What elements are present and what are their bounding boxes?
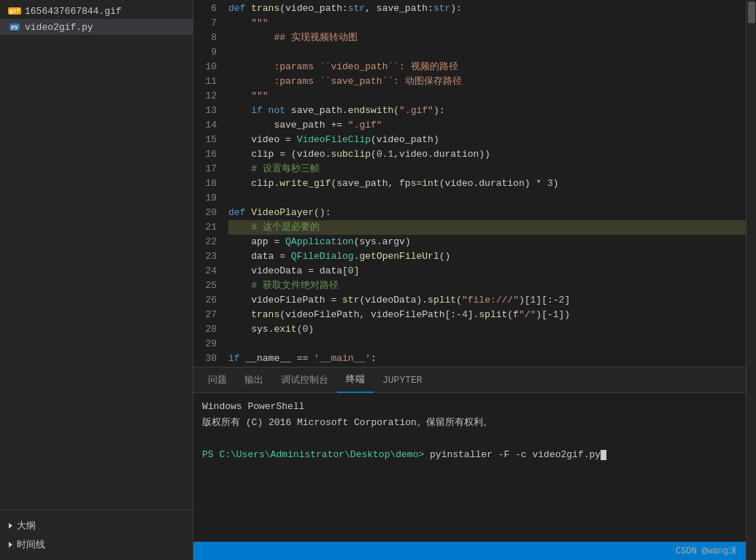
terminal-empty	[202, 431, 737, 447]
sidebar-outline[interactable]: 大纲	[0, 516, 193, 535]
code-line-17: # 设置每秒三帧	[228, 162, 746, 176]
panel-tabs: 问题 输出 调试控制台 终端 JUPYTER	[193, 368, 746, 393]
code-container: 6 7 8 9 10 11 12 13 14 15 16 17 18 19 20…	[193, 0, 746, 367]
code-lines[interactable]: def trans(video_path:str, save_path:str)…	[228, 0, 746, 367]
tab-problems[interactable]: 问题	[199, 368, 236, 393]
tab-output[interactable]: 输出	[236, 368, 272, 393]
terminal-prompt: PS C:\Users\Administrator\Desktop\demo>	[202, 449, 424, 460]
tab-jupyter[interactable]: JUPYTER	[374, 368, 431, 393]
terminal-cursor	[601, 450, 606, 460]
watermark: CSDN @wang涑	[676, 545, 737, 557]
code-line-27: trans(videoFilePath, videoFilePath[:-4].…	[228, 308, 746, 322]
terminal-line2: 版权所有 (C) 2016 Microsoft Corporation。保留所有…	[202, 415, 737, 431]
timeline-label: 时间线	[17, 538, 45, 551]
code-line-20: def VideoPlayer():	[228, 206, 746, 220]
gif-file-icon: gif	[9, 5, 20, 17]
right-panel	[746, 0, 756, 560]
code-line-18: clip.write_gif(save_path, fps=int(video.…	[228, 176, 746, 191]
chevron-right-icon2	[9, 542, 12, 548]
terminal-line1: Windows PowerShell	[202, 399, 737, 415]
code-line-21: # 这个是必要的	[228, 220, 746, 235]
terminal-prompt-line: PS C:\Users\Administrator\Desktop\demo> …	[202, 447, 737, 463]
code-line-19	[228, 191, 746, 206]
code-line-30: if __name__ == '__main__':	[228, 351, 746, 366]
code-line-12: """	[228, 89, 746, 104]
sidebar-bottom: 大纲 时间线	[0, 510, 193, 560]
file-item-py[interactable]: py video2gif.py	[0, 19, 193, 35]
sidebar: gif 1656437667844.gif py video2gif.py 大纲…	[0, 0, 193, 560]
outline-label: 大纲	[17, 519, 36, 532]
code-line-25: # 获取文件绝对路径	[228, 279, 746, 293]
code-line-29	[228, 337, 746, 351]
py-filename: video2gif.py	[25, 22, 93, 33]
scroll-indicator[interactable]	[748, 1, 755, 23]
file-item-gif[interactable]: gif 1656437667844.gif	[0, 3, 193, 19]
terminal-command: pyinstaller -F -c video2gif.py	[424, 449, 601, 460]
gif-filename: 1656437667844.gif	[25, 6, 122, 17]
code-line-16: clip = (video.subclip(0.1,video.duration…	[228, 147, 746, 162]
code-line-14: save_path += ".gif"	[228, 118, 746, 133]
code-line-11: :params ``save_path``: 动图保存路径	[228, 74, 746, 89]
code-line-13: if not save_path.endswith(".gif"):	[228, 104, 746, 118]
code-line-23: data = QFileDialog.getOpenFileUrl()	[228, 249, 746, 264]
terminal-panel: 问题 输出 调试控制台 终端 JUPYTER Windows PowerShel…	[193, 367, 746, 542]
code-line-6: def trans(video_path:str, save_path:str)…	[228, 1, 746, 16]
file-list: gif 1656437667844.gif py video2gif.py	[0, 0, 193, 510]
tab-debug[interactable]: 调试控制台	[272, 368, 337, 393]
code-line-9	[228, 45, 746, 60]
code-line-24: videoData = data[0]	[228, 264, 746, 279]
py-file-icon: py	[9, 21, 20, 33]
code-line-7: """	[228, 16, 746, 31]
code-line-28: sys.exit(0)	[228, 322, 746, 337]
terminal-content[interactable]: Windows PowerShell 版权所有 (C) 2016 Microso…	[193, 393, 746, 542]
code-line-26: videoFilePath = str(videoData).split("fi…	[228, 293, 746, 308]
chevron-right-icon	[9, 523, 12, 529]
code-line-8: ## 实现视频转动图	[228, 31, 746, 45]
code-line-10: :params ``video_path``: 视频的路径	[228, 60, 746, 74]
tab-terminal[interactable]: 终端	[337, 368, 374, 393]
editor-area: 6 7 8 9 10 11 12 13 14 15 16 17 18 19 20…	[193, 0, 746, 367]
main-area: 6 7 8 9 10 11 12 13 14 15 16 17 18 19 20…	[193, 0, 746, 560]
line-numbers: 6 7 8 9 10 11 12 13 14 15 16 17 18 19 20…	[193, 0, 228, 367]
status-bar: CSDN @wang涑	[193, 542, 746, 560]
code-line-22: app = QApplication(sys.argv)	[228, 235, 746, 249]
code-line-15: video = VideoFileClip(video_path)	[228, 133, 746, 147]
sidebar-timeline[interactable]: 时间线	[0, 535, 193, 554]
